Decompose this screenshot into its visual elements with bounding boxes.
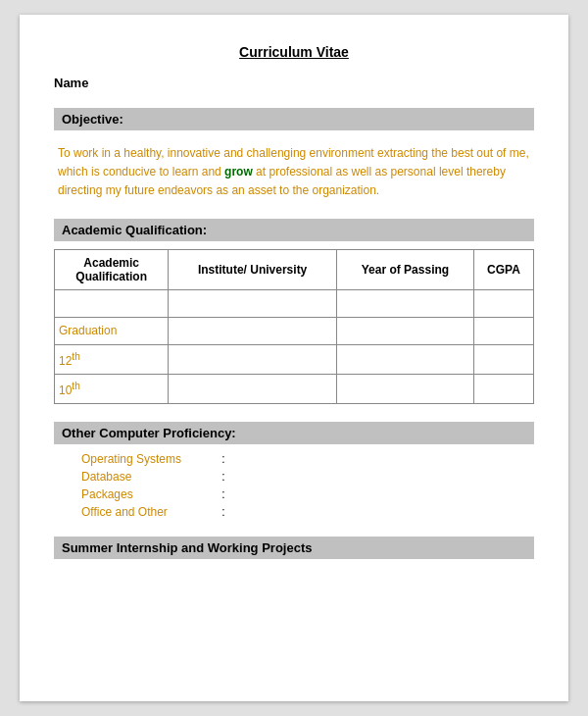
row2-col3: [336, 317, 473, 344]
academic-section: Academic Qualification: AcademicQualific…: [54, 219, 534, 404]
row1-col4: [474, 289, 534, 317]
table-row: [55, 289, 534, 317]
list-item-label: Office and Other: [81, 505, 209, 519]
row4-col1: 10th: [55, 374, 169, 403]
row3-col1: 12th: [55, 344, 169, 374]
table-row: 12th: [55, 344, 534, 374]
summer-header: Summer Internship and Working Projects: [54, 537, 534, 559]
row4-col2: [169, 374, 336, 403]
objective-text: To work in a healthy, innovative and cha…: [54, 138, 534, 201]
col-header-qualification: AcademicQualification: [55, 249, 169, 289]
list-item-label: Database: [81, 470, 209, 484]
col-header-institute: Institute/ University: [169, 249, 336, 289]
row1-col3: [336, 289, 473, 317]
row2-col1: Graduation: [55, 317, 169, 344]
list-item-colon: :: [209, 470, 225, 484]
list-item-colon: :: [209, 505, 225, 519]
row2-col2: [169, 317, 336, 344]
computer-list: Operating Systems : Database : Packages …: [54, 452, 534, 519]
row4-col3: [336, 374, 473, 403]
academic-header: Academic Qualification:: [54, 219, 534, 241]
row3-col4: [474, 344, 534, 374]
row1-col1: [55, 289, 169, 317]
academic-table: AcademicQualification Institute/ Univers…: [54, 249, 534, 404]
list-item: Packages :: [81, 487, 534, 501]
list-item-colon: :: [209, 452, 225, 466]
page-title: Curriculum Vitae: [54, 44, 534, 60]
row1-col2: [169, 289, 336, 317]
col-header-cgpa: CGPA: [474, 249, 534, 289]
list-item-label: Operating Systems: [81, 452, 209, 466]
row3-col3: [336, 344, 473, 374]
objective-section: Objective: To work in a healthy, innovat…: [54, 108, 534, 201]
list-item-colon: :: [209, 487, 225, 501]
list-item: Office and Other :: [81, 505, 534, 519]
list-item: Operating Systems :: [81, 452, 534, 466]
table-row: Graduation: [55, 317, 534, 344]
list-item-label: Packages: [81, 487, 209, 501]
cv-page: Curriculum Vitae Name Objective: To work…: [20, 15, 568, 701]
table-header-row: AcademicQualification Institute/ Univers…: [55, 249, 534, 289]
row4-col4: [474, 374, 534, 403]
computer-section: Other Computer Proficiency: Operating Sy…: [54, 422, 534, 519]
summer-section: Summer Internship and Working Projects: [54, 537, 534, 559]
row2-col4: [474, 317, 534, 344]
objective-header: Objective:: [54, 108, 534, 130]
list-item: Database :: [81, 470, 534, 484]
table-row: 10th: [55, 374, 534, 403]
objective-text-bold: grow: [224, 165, 253, 179]
col-header-year: Year of Passing: [336, 249, 473, 289]
name-label: Name: [54, 76, 534, 90]
computer-header: Other Computer Proficiency:: [54, 422, 534, 444]
row3-col2: [169, 344, 336, 374]
